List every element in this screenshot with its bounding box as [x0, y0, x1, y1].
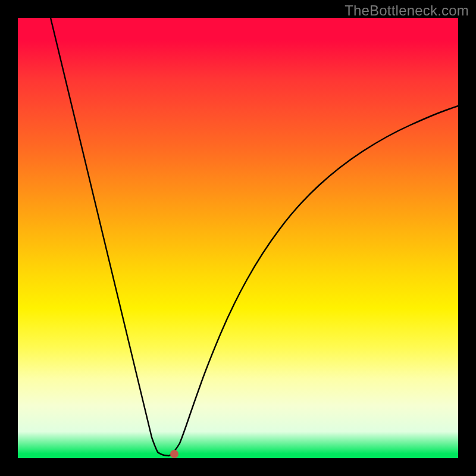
- marker-dot: [170, 450, 178, 458]
- watermark-text: TheBottleneck.com: [345, 2, 469, 19]
- bottleneck-curve: [51, 18, 458, 456]
- curve-svg: [18, 18, 458, 458]
- chart-container: TheBottleneck.com: [0, 0, 476, 476]
- plot-area: [18, 18, 458, 458]
